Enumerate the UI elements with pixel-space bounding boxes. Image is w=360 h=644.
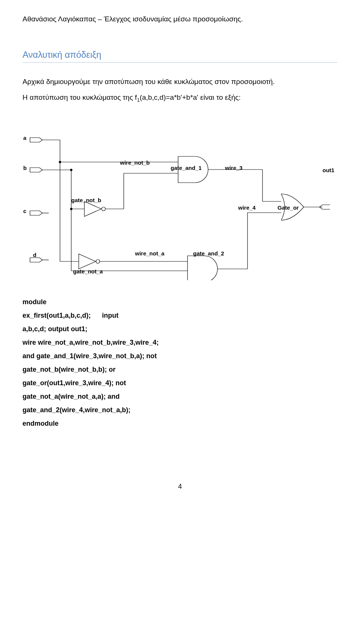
paragraph-2: Η αποτύπωση του κυκλώματος της f1(a,b,c,… bbox=[22, 92, 338, 104]
label-gate-and-1: gate_and_1 bbox=[171, 165, 202, 171]
label-d: d bbox=[33, 252, 36, 258]
circuit-svg bbox=[22, 123, 330, 280]
section-heading: Αναλυτική απόδειξη bbox=[22, 50, 338, 60]
label-gate-and-2: gate_and_2 bbox=[193, 250, 224, 257]
label-wire-3: wire_3 bbox=[225, 165, 243, 171]
label-a: a bbox=[23, 135, 26, 141]
gate-and-2-shape bbox=[188, 256, 218, 280]
code-line-6: gate_not_b(wire_not_b,b); or bbox=[22, 363, 338, 376]
paragraph-2-sub: 1 bbox=[137, 97, 140, 103]
page-header: Αθανάσιος Λαγιόκαπας – Έλεγχος ισοδυναμί… bbox=[22, 15, 338, 23]
section-rule bbox=[22, 62, 338, 63]
code-line-5: and gate_and_1(wire_3,wire_not_b,a); not bbox=[22, 349, 338, 363]
label-wire-4: wire_4 bbox=[238, 204, 256, 211]
code-line-2a: ex_first(out1,a,b,c,d); bbox=[22, 309, 91, 322]
label-wire-not-b: wire_not_b bbox=[120, 159, 150, 166]
label-gate-or: Gate_or bbox=[278, 204, 299, 211]
label-gate-not-a: gate_not_a bbox=[73, 268, 103, 275]
code-line-4: wire wire_not_a,wire_not_b,wire_3,wire_4… bbox=[22, 336, 338, 349]
code-line-10: endmodule bbox=[22, 417, 338, 430]
svg-point-11 bbox=[70, 208, 72, 210]
code-block: module ex_first(out1,a,b,c,d); input a,b… bbox=[22, 295, 338, 430]
svg-point-13 bbox=[102, 207, 105, 211]
document-page: Αθανάσιος Λαγιόκαπας – Έλεγχος ισοδυναμί… bbox=[0, 0, 360, 506]
code-line-2: ex_first(out1,a,b,c,d); input bbox=[22, 309, 338, 322]
svg-point-20 bbox=[96, 260, 100, 263]
port-c bbox=[30, 211, 42, 215]
code-line-1: module bbox=[22, 295, 338, 309]
paragraph-2-prefix: Η αποτύπωση του κυκλώματος της f bbox=[22, 93, 137, 101]
gate-not-a-shape bbox=[79, 254, 96, 269]
code-line-2b: input bbox=[102, 309, 118, 322]
label-out1: out1 bbox=[322, 167, 334, 173]
page-number: 4 bbox=[22, 483, 338, 491]
circuit-diagram: a b c d wire_not_b gate_not_b gate_and_1… bbox=[22, 123, 330, 280]
code-line-3: a,b,c,d; output out1; bbox=[22, 322, 338, 336]
label-c: c bbox=[23, 208, 26, 214]
code-line-9: gate_and_2(wire_4,wire_not_a,b); bbox=[22, 403, 338, 417]
paragraph-2-suffix: (a,b,c,d)=a*b'+b*a' είναι το εξής: bbox=[140, 93, 241, 101]
port-a bbox=[30, 138, 42, 142]
label-b: b bbox=[23, 165, 27, 171]
label-gate-not-b: gate_not_b bbox=[71, 197, 101, 203]
code-line-8: gate_not_a(wire_not_a,a); and bbox=[22, 390, 338, 403]
port-d bbox=[30, 258, 42, 262]
gate-not-b-shape bbox=[84, 201, 101, 216]
code-line-7: gate_or(out1,wire_3,wire_4); not bbox=[22, 376, 338, 390]
label-wire-not-a: wire_not_a bbox=[135, 250, 164, 257]
port-b bbox=[30, 168, 42, 172]
paragraph-1: Αρχικά δημιουργούμε την αποτύπωση του κά… bbox=[22, 76, 338, 87]
